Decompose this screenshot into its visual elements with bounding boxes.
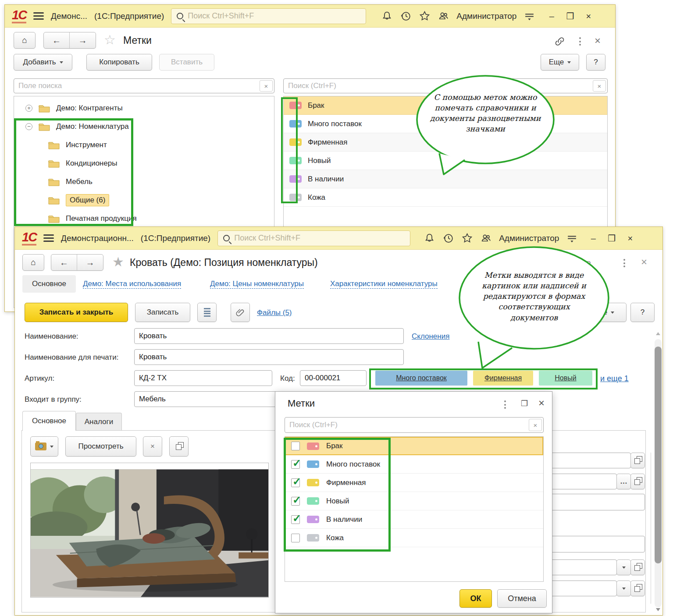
code-input[interactable]: 00-000021 bbox=[300, 370, 367, 386]
expand-icon[interactable]: + bbox=[25, 105, 32, 112]
sku-input[interactable]: КД-2 ТХ bbox=[134, 370, 272, 386]
help-button[interactable]: ? bbox=[586, 54, 605, 71]
dropdown-button[interactable] bbox=[616, 581, 631, 596]
clear-search-icon[interactable]: × bbox=[593, 80, 606, 92]
close-form-icon[interactable]: × bbox=[595, 35, 601, 47]
home-button[interactable]: ⌂ bbox=[14, 32, 36, 49]
choose-button[interactable]: … bbox=[616, 474, 631, 489]
tag-badge[interactable]: Много поставок bbox=[375, 371, 467, 386]
tree-item-selected[interactable]: Общие (6) bbox=[14, 191, 274, 209]
tab-analogs[interactable]: Аналоги bbox=[76, 413, 122, 431]
clear-search-icon[interactable]: × bbox=[260, 80, 273, 92]
forward-button[interactable]: → bbox=[77, 255, 103, 270]
tag-badge[interactable]: Фирменная bbox=[473, 371, 533, 386]
print-name-input[interactable]: Кровать bbox=[134, 349, 404, 365]
current-user[interactable]: Администратор bbox=[456, 11, 516, 21]
home-button[interactable]: ⌂ bbox=[22, 254, 44, 271]
more-tags-link[interactable]: и еще 1 bbox=[600, 374, 629, 383]
close-window-button[interactable]: × bbox=[583, 12, 594, 21]
close-form-icon[interactable]: × bbox=[641, 256, 647, 268]
tree-item[interactable]: Мебель bbox=[14, 173, 274, 191]
close-modal-icon[interactable]: × bbox=[538, 397, 545, 409]
tree-item[interactable]: Инструмент bbox=[14, 136, 274, 154]
more-button[interactable]: Еще bbox=[541, 54, 579, 71]
modal-tag-row[interactable]: ✓ Много поставок bbox=[285, 455, 543, 474]
tag-checkbox[interactable]: ✓ bbox=[291, 515, 300, 524]
favorites-star-icon[interactable] bbox=[461, 232, 473, 244]
open-button[interactable] bbox=[630, 559, 645, 575]
show-in-list-button[interactable] bbox=[197, 303, 217, 322]
open-image-button[interactable] bbox=[169, 436, 189, 457]
tree-item[interactable]: + Демо: Контрагенты bbox=[14, 99, 274, 117]
add-button[interactable]: Добавить bbox=[14, 54, 72, 71]
back-button[interactable]: ← bbox=[44, 32, 70, 48]
close-window-button[interactable]: × bbox=[624, 234, 636, 243]
scroll-up-icon[interactable] bbox=[656, 332, 660, 335]
service-menu-icon[interactable] bbox=[566, 232, 578, 244]
nav-tab-main[interactable]: Основное bbox=[22, 275, 76, 293]
notifications-bell-icon[interactable] bbox=[424, 232, 435, 244]
scroll-down-icon[interactable] bbox=[656, 608, 660, 611]
more-menu-icon[interactable] bbox=[623, 259, 626, 267]
modal-tag-row[interactable]: ✓ Фирменная bbox=[285, 474, 543, 492]
main-menu-icon[interactable] bbox=[43, 234, 54, 242]
minimize-button[interactable]: – bbox=[588, 234, 599, 243]
save-and-close-button[interactable]: Записать и закрыть bbox=[25, 303, 128, 322]
nav-tab-characteristics[interactable]: Характеристики номенклатуры bbox=[330, 280, 438, 289]
tag-checkbox[interactable]: ✓ bbox=[291, 460, 300, 469]
favorite-star-icon[interactable]: ★ bbox=[112, 254, 124, 269]
modal-search-input[interactable]: Поиск (Ctrl+F) × bbox=[285, 417, 544, 433]
clear-search-icon[interactable]: × bbox=[529, 419, 542, 431]
cancel-button[interactable]: Отмена bbox=[497, 589, 547, 608]
get-link-icon[interactable] bbox=[554, 35, 566, 47]
attachments-button[interactable] bbox=[231, 303, 250, 322]
open-button[interactable] bbox=[630, 474, 645, 489]
tree-search-input[interactable]: Поле поиска × bbox=[14, 78, 274, 93]
files-link[interactable]: Файлы (5) bbox=[257, 308, 292, 317]
maximize-button[interactable]: ❒ bbox=[564, 12, 576, 21]
tag-checkbox[interactable] bbox=[291, 442, 300, 450]
global-search-input[interactable]: Поиск Ctrl+Shift+F bbox=[171, 8, 366, 24]
tag-row[interactable]: Кожа bbox=[284, 188, 607, 207]
minimize-button[interactable]: – bbox=[546, 12, 557, 21]
name-input[interactable]: Кровать bbox=[134, 328, 404, 344]
main-menu-icon[interactable] bbox=[33, 12, 44, 20]
modal-tag-row[interactable]: ✓ Новый bbox=[285, 492, 543, 510]
service-menu-icon[interactable] bbox=[523, 10, 535, 22]
open-button[interactable] bbox=[630, 581, 645, 596]
nav-tab-prices[interactable]: Демо: Цены номенклатуры bbox=[210, 280, 304, 289]
collapse-icon[interactable]: − bbox=[25, 123, 32, 130]
more-menu-icon[interactable] bbox=[579, 37, 582, 46]
more-menu-icon[interactable] bbox=[504, 400, 507, 409]
tag-checkbox[interactable]: ✓ bbox=[291, 497, 300, 506]
tree-item[interactable]: − Демо: Номенклатура bbox=[14, 117, 274, 136]
ok-button[interactable]: ОК bbox=[459, 589, 492, 608]
maximize-button[interactable]: ❒ bbox=[606, 234, 617, 243]
tree-item[interactable]: Печатная продукция bbox=[14, 209, 274, 228]
clear-image-button[interactable]: × bbox=[143, 436, 162, 457]
current-user[interactable]: Администратор bbox=[499, 234, 559, 243]
users-icon[interactable] bbox=[438, 10, 449, 22]
nav-tab-usage-places[interactable]: Демо: Места использования bbox=[83, 280, 181, 289]
users-icon[interactable] bbox=[480, 232, 492, 244]
maximize-icon[interactable]: ❒ bbox=[521, 399, 528, 408]
tag-checkbox[interactable]: ✓ bbox=[291, 478, 300, 487]
tag-badge[interactable]: Новый bbox=[539, 371, 592, 386]
modal-tag-row-selected[interactable]: Брак bbox=[285, 437, 543, 455]
declension-link[interactable]: Склонения bbox=[412, 332, 449, 341]
view-image-button[interactable]: Просмотреть bbox=[65, 436, 136, 457]
modal-tag-row[interactable]: ✓ В наличии bbox=[285, 510, 543, 529]
save-button[interactable]: Записать bbox=[135, 303, 190, 322]
scrollbar-thumb[interactable] bbox=[655, 347, 662, 563]
product-image[interactable] bbox=[30, 463, 269, 598]
history-icon[interactable] bbox=[442, 232, 454, 244]
back-button[interactable]: ← bbox=[51, 255, 77, 270]
forward-button[interactable]: → bbox=[70, 32, 96, 48]
history-icon[interactable] bbox=[400, 10, 412, 22]
open-button[interactable] bbox=[630, 453, 645, 468]
help-button[interactable]: ? bbox=[630, 303, 655, 322]
copy-button[interactable]: Копировать bbox=[86, 54, 152, 71]
paste-button[interactable]: Вставить bbox=[159, 54, 214, 71]
modal-tag-row[interactable]: Кожа bbox=[285, 529, 543, 547]
tag-checkbox[interactable] bbox=[291, 534, 300, 542]
